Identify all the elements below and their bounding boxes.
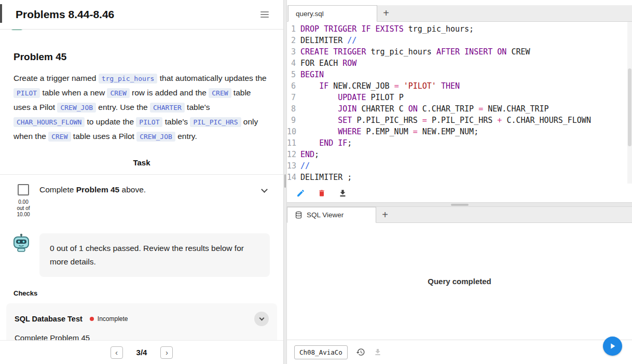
text: entry. — [175, 132, 197, 141]
code-lines: 1DROP TRIGGER IF EXISTS trg_pic_hours;2D… — [287, 23, 632, 183]
line-number: 7 — [287, 92, 300, 103]
code-text: END IF; — [300, 137, 352, 149]
text: Complete — [39, 185, 76, 194]
pencil-icon — [296, 189, 305, 198]
hamburger-menu-icon[interactable] — [260, 9, 269, 20]
code-text: JOIN CHARTER C ON C.CHAR_TRIP = NEW.CHAR… — [300, 103, 549, 115]
import-button — [374, 348, 382, 356]
task-checkbox[interactable] — [18, 184, 29, 195]
line-number: 1 — [287, 23, 300, 35]
code-text: FOR EACH ROW — [300, 58, 356, 69]
delete-button[interactable] — [318, 189, 326, 198]
tab-sql-viewer[interactable]: SQL Viewer — [287, 207, 376, 223]
new-viewer-tab-button[interactable]: + — [376, 207, 394, 222]
line-number: 2 — [287, 35, 300, 46]
code-line: 4FOR EACH ROW — [287, 58, 632, 69]
line-number: 12 — [287, 149, 300, 160]
inline-code: PILOT — [136, 117, 162, 127]
horizontal-splitter[interactable] — [287, 202, 632, 207]
splitter-grip[interactable] — [284, 174, 286, 188]
new-editor-tab-button[interactable]: + — [377, 5, 395, 21]
line-number: 5 — [287, 69, 300, 80]
line-number: 13 — [287, 160, 300, 172]
inline-code: CHAR_HOURS_FLOWN — [13, 117, 85, 127]
score-value: 0.00 — [17, 199, 30, 205]
inline-code: CREW — [209, 88, 231, 98]
problem-description: Create a trigger named trg_pic_hours tha… — [13, 71, 270, 144]
history-button[interactable] — [356, 347, 365, 357]
code-line: 2DELIMITER // — [287, 35, 632, 46]
code-text: WHERE P.EMP_NUM = NEW.EMP_NUM; — [300, 126, 478, 137]
feedback-row: 0 out of 1 checks passed. Review the res… — [13, 233, 270, 277]
editor-scrollbar-thumb[interactable] — [628, 68, 631, 146]
text: table's — [162, 117, 190, 126]
run-button[interactable] — [603, 337, 622, 356]
database-selector[interactable]: Ch08_AviaCo — [294, 345, 348, 359]
left-panel-body: Problem 45 Create a trigger named trg_pi… — [0, 30, 283, 340]
inline-code: CREW — [107, 88, 129, 98]
task-heading: Task — [13, 158, 270, 167]
editor-toolbar — [287, 184, 632, 202]
inline-code: CREW_JOB — [57, 103, 96, 113]
code-text: END; — [300, 149, 319, 160]
check-card: SQL Database Test Incomplete Complete Pr… — [6, 303, 277, 340]
inline-code: CHARTER — [150, 103, 185, 113]
page-title: Problems 8.44-8.46 — [16, 8, 114, 21]
line-number: 4 — [287, 58, 300, 69]
next-page-button[interactable]: › — [160, 346, 173, 359]
check-title: SQL Database Test — [15, 315, 83, 323]
editor-scrollbar[interactable] — [627, 22, 632, 184]
code-text: UPDATE PILOT P — [300, 92, 404, 103]
chevron-down-icon — [259, 315, 264, 320]
code-line: 5BEGIN — [287, 69, 632, 80]
checks-heading: Checks — [13, 289, 270, 297]
code-text: DELIMITER ; — [300, 172, 352, 183]
prev-page-button[interactable]: ‹ — [111, 346, 123, 359]
task-item: 0.00 out of 10.00 Complete Problem 45 ab… — [13, 175, 270, 221]
editor-tabstrip-wrap: query.sql + — [287, 0, 632, 22]
chevron-down-icon[interactable] — [261, 186, 268, 193]
code-line: 3CREATE TRIGGER trg_pic_hours AFTER INSE… — [287, 46, 632, 58]
splitter-grip[interactable] — [451, 204, 469, 206]
query-status-message: Query completed — [428, 277, 491, 286]
code-line: 13// — [287, 160, 632, 172]
download-button[interactable] — [338, 189, 347, 198]
trash-icon — [318, 189, 326, 198]
problems-panel: Problems 8.44-8.46 Problem 45 Create a t… — [0, 0, 283, 364]
download-tray-icon — [374, 348, 382, 356]
history-icon — [356, 347, 365, 357]
left-scrollbar-thumb[interactable] — [0, 4, 2, 23]
app-root: Problems 8.44-8.46 Problem 45 Create a t… — [0, 0, 632, 364]
status-badge: Incomplete — [98, 315, 128, 323]
line-number: 10 — [287, 126, 300, 137]
checks-summary-message: 0 out of 1 checks passed. Review the res… — [39, 233, 270, 277]
code-line: 9 SET P.PIL_PIC_HRS = P.PIL_PIC_HRS + C.… — [287, 115, 632, 126]
code-line: 14DELIMITER ; — [287, 172, 632, 183]
code-text: BEGIN — [300, 69, 324, 80]
text: Create a trigger named — [13, 74, 99, 82]
text: table when a new — [40, 88, 107, 97]
workspace-panel: query.sql + 1DROP TRIGGER IF EXISTS trg_… — [287, 0, 632, 364]
editor-tabstrip: query.sql + — [287, 5, 632, 22]
score-out-of: out of — [17, 205, 30, 212]
text: table uses a Pilot — [71, 132, 137, 141]
task-label: Complete Problem 45 above. — [39, 184, 257, 194]
code-text: // — [300, 160, 310, 172]
tab-query-sql[interactable]: query.sql — [288, 5, 377, 22]
edit-button[interactable] — [296, 189, 305, 198]
code-line: 11 END IF; — [287, 137, 632, 149]
task-score: 0.00 out of 10.00 — [17, 199, 30, 218]
robot-icon — [12, 233, 30, 252]
sql-editor[interactable]: 1DROP TRIGGER IF EXISTS trg_pic_hours;2D… — [287, 22, 632, 184]
play-icon — [609, 342, 616, 350]
code-line: 12END; — [287, 149, 632, 160]
viewer-tabstrip: SQL Viewer + — [287, 207, 632, 223]
line-number: 11 — [287, 137, 300, 149]
pagination-bar: ‹ 3/4 › — [0, 340, 283, 364]
text: that automatically updates the — [157, 74, 266, 82]
bold-text: Problem 45 — [76, 185, 120, 194]
viewer-footer: Ch08_AviaCo — [287, 340, 632, 364]
inline-code: PIL_PIC_HRS — [190, 117, 241, 127]
expand-check-button[interactable] — [254, 312, 269, 326]
vertical-splitter[interactable] — [283, 0, 287, 364]
